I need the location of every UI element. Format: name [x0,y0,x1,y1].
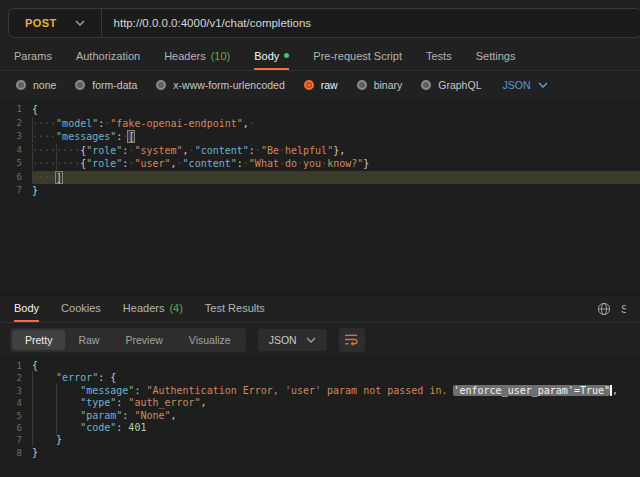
response-view-switcher: Pretty Raw Preview Visualize [10,328,246,352]
body-format-selector[interactable]: JSON [502,79,547,91]
code-line[interactable]: 4········{"role":·"system",·"content":·"… [0,144,640,158]
radio-binary[interactable]: binary [357,79,403,91]
code-line[interactable]: 2····"model":·"fake-openai-endpoint",· [0,117,640,131]
request-url-bar: POST http://0.0.0.0:4000/v1/chat/complet… [0,0,640,44]
chevron-down-icon [306,337,316,343]
status-text-clipped: S [621,303,626,315]
radio-form-data[interactable]: form-data [75,79,137,91]
code-line[interactable]: 5 "param": "None", [0,410,640,422]
tab-settings[interactable]: Settings [476,44,516,70]
tab-params[interactable]: Params [14,44,52,70]
code-line-content: ········{"role":·"system",·"content":·"B… [32,144,640,158]
code-line-content: ····"model":·"fake-openai-endpoint",· [32,117,640,131]
tab-label: Cookies [61,302,101,314]
view-label: Preview [125,334,162,346]
code-line-content: } [32,184,640,198]
tab-label: Authorization [76,50,140,62]
radio-icon [421,80,431,90]
code-line[interactable]: 5········{"role":·"user",·"content":·"Wh… [0,157,640,171]
code-line-content: "error": { [32,372,640,384]
code-line-content: ····] [32,171,640,185]
radio-icon [357,80,367,90]
view-raw[interactable]: Raw [65,330,112,350]
response-tab-test-results[interactable]: Test Results [205,296,265,322]
body-content-dot [284,53,289,58]
tab-label: Test Results [205,302,265,314]
view-label: Visualize [189,334,231,346]
code-line-content: "message": "Authentication Error, 'user'… [32,385,640,397]
tab-headers[interactable]: Headers(10) [164,44,230,70]
line-number: 7 [0,434,32,446]
tab-label: Body [14,302,39,314]
radio-raw[interactable]: raw [304,79,338,91]
line-number: 5 [0,410,32,422]
tab-label: Pre-request Script [313,50,402,62]
code-line[interactable]: 3 "message": "Authentication Error, 'use… [0,385,640,397]
code-line[interactable]: 2 "error": { [0,372,640,384]
radio-label: none [33,79,56,91]
radio-label: x-www-form-urlencoded [173,79,284,91]
line-number: 8 [0,447,32,459]
code-line[interactable]: 3····"messages":·[ [0,130,640,144]
code-line-content: "code": 401 [32,422,640,434]
tab-body[interactable]: Body [254,44,289,70]
code-line[interactable]: 6 "code": 401 [0,422,640,434]
code-line-content: "type": "auth_error", [32,397,640,409]
view-pretty[interactable]: Pretty [12,330,65,350]
headers-count-badge: (10) [211,50,231,62]
code-line[interactable]: 4 "type": "auth_error", [0,397,640,409]
response-format-selector[interactable]: JSON [258,329,327,351]
format-label: JSON [269,334,297,346]
headers-count-badge: (4) [169,302,182,314]
view-visualize[interactable]: Visualize [176,330,244,350]
radio-icon [16,80,26,90]
code-line[interactable]: 1{ [0,360,640,372]
line-number: 5 [0,157,32,171]
code-line[interactable]: 6····] [0,171,640,185]
word-wrap-button[interactable] [339,328,365,352]
request-body-editor[interactable]: 1{2····"model":·"fake-openai-endpoint",·… [0,98,640,295]
globe-icon[interactable] [597,302,611,316]
radio-x-www-form-urlencoded[interactable]: x-www-form-urlencoded [156,79,284,91]
code-line[interactable]: 7 } [0,434,640,446]
radio-none[interactable]: none [16,79,56,91]
code-line[interactable]: 7} [0,184,640,198]
response-toolbar: Pretty Raw Preview Visualize JSON [0,323,640,356]
tab-label: Headers [164,50,206,62]
tab-label: Params [14,50,52,62]
code-line-content: ········{"role":·"user",·"content":·"Wha… [32,157,640,171]
radio-graphql[interactable]: GraphQL [421,79,481,91]
radio-icon-selected [304,80,314,90]
view-preview[interactable]: Preview [112,330,175,350]
url-input[interactable]: http://0.0.0.0:4000/v1/chat/completions [102,17,312,29]
format-label: JSON [502,79,530,91]
response-tab-body[interactable]: Body [14,296,39,322]
code-line[interactable]: 8} [0,447,640,459]
line-number: 3 [0,385,32,397]
tab-label: Headers [123,302,165,314]
response-header-right: S [597,296,626,322]
tab-authorization[interactable]: Authorization [76,44,140,70]
api-client-window: POST http://0.0.0.0:4000/v1/chat/complet… [0,0,640,477]
response-tab-cookies[interactable]: Cookies [61,296,101,322]
code-line-content: "param": "None", [32,410,640,422]
line-number: 1 [0,360,32,372]
tab-label: Settings [476,50,516,62]
method-selector[interactable]: POST [9,9,101,37]
response-body-viewer[interactable]: 1{2 "error": {3 "message": "Authenticati… [0,356,640,477]
tab-pre-request-script[interactable]: Pre-request Script [313,44,402,70]
tab-tests[interactable]: Tests [426,44,452,70]
line-number: 2 [0,117,32,131]
radio-icon [156,80,166,90]
line-number: 2 [0,372,32,384]
response-tab-headers[interactable]: Headers(4) [123,296,183,322]
code-line[interactable]: 1{ [0,103,640,117]
radio-label: binary [374,79,403,91]
url-bar-container: POST http://0.0.0.0:4000/v1/chat/complet… [8,8,640,38]
line-number: 1 [0,103,32,117]
code-line-content: { [32,103,640,117]
code-line-content: } [32,447,640,459]
line-number: 6 [0,422,32,434]
code-line-content: ····"messages":·[ [32,130,640,144]
radio-icon [75,80,85,90]
